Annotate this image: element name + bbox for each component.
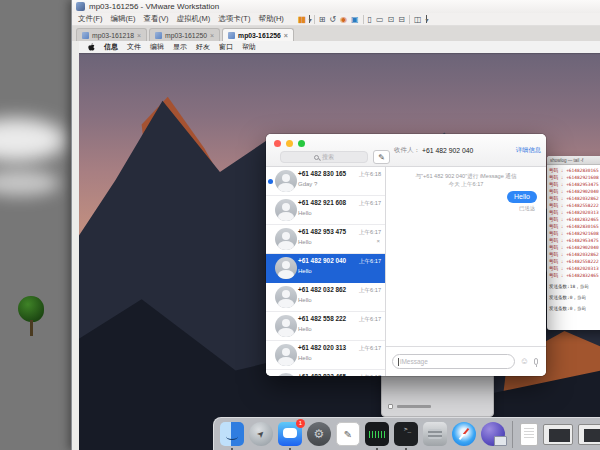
log-line: 号码 : +61482020313 xyxy=(549,209,600,216)
emoji-icon[interactable]: ☺ xyxy=(520,357,529,366)
finder-icon[interactable] xyxy=(220,422,244,446)
conversation-row[interactable]: +61 482 032 862 上午6:17 Hello xyxy=(266,283,385,312)
conversation-row[interactable]: +61 482 953 475 上午6:17 Hello × xyxy=(266,225,385,254)
zoom-button[interactable] xyxy=(298,140,305,147)
notification-badge: 1 xyxy=(296,419,305,428)
log-line: 号码 : +61482020313 xyxy=(549,265,600,272)
conversation-row[interactable]: +61 482 558 222 上午6:17 Hello xyxy=(266,312,385,341)
textedit-icon[interactable]: ✎ xyxy=(336,422,360,446)
vmware-menu-item[interactable]: 文件(F) xyxy=(78,14,103,24)
vmware-menu-item[interactable]: 编辑(E) xyxy=(111,14,136,24)
messages-icon[interactable]: 1 xyxy=(278,422,302,446)
summary-line: 发送条数:0，当前 xyxy=(549,305,600,312)
conversation-number: +61 482 902 040 xyxy=(298,257,346,264)
conversation-row[interactable]: +61 482 902 040 上午6:17 Hello xyxy=(266,254,385,283)
log-line: 号码 : +61482832465 xyxy=(549,216,600,223)
console-icon[interactable] xyxy=(365,422,389,446)
vmware-menu-item[interactable]: 选项卡(T) xyxy=(218,14,250,24)
conversation-row[interactable]: +61 482 830 165 上午6:18 Gday ? xyxy=(266,167,385,196)
conversation-row[interactable]: +61 482 020 313 上午6:17 Hello xyxy=(266,341,385,370)
checkbox[interactable] xyxy=(388,404,393,409)
revert-snapshot-button[interactable]: ↺ xyxy=(329,14,336,25)
search-input[interactable]: 搜索 xyxy=(280,151,368,163)
message-input-placeholder: iMessage xyxy=(400,358,428,365)
toolbar-separator[interactable] xyxy=(314,15,315,24)
vmware-title-bar[interactable]: mp03-161256 - VMware Workstation xyxy=(72,0,600,13)
conversation-preview: Hello xyxy=(298,326,381,332)
toolbar-separator[interactable] xyxy=(363,15,364,24)
macos-menu-item[interactable]: 窗口 xyxy=(219,42,233,52)
manage-snapshots-button[interactable]: ▣ xyxy=(351,14,359,25)
vmware-app-icon xyxy=(76,2,85,11)
macos-menu-item[interactable]: 好友 xyxy=(196,42,210,52)
recipient-value[interactable]: +61 482 902 040 xyxy=(422,147,473,154)
messages-toolbar[interactable]: 搜索 ✎ 收件人： +61 482 902 040 详细信息 xyxy=(266,134,546,167)
minimize-button[interactable] xyxy=(286,140,293,147)
vm-tab-label: mp03-161218 xyxy=(92,32,134,39)
background-dialog[interactable] xyxy=(381,371,494,417)
terminal-icon[interactable]: >_ xyxy=(394,422,418,446)
send-ctrl-alt-del-button[interactable]: ⊞ xyxy=(319,14,326,25)
terminal-title[interactable]: showlog — tail -f xyxy=(547,156,600,165)
pause-dropdown-caret[interactable]: ▾ xyxy=(309,15,310,23)
microphone-icon[interactable] xyxy=(534,358,538,365)
macos-menu-item[interactable]: 显示 xyxy=(173,42,187,52)
vm-tab-label: mp03-161250 xyxy=(165,32,207,39)
checkbox-label xyxy=(397,405,431,408)
console-view-button[interactable]: ▭ xyxy=(376,14,384,25)
terminal-log-window[interactable]: showlog — tail -f 号码 : +61482830165号码 : … xyxy=(547,156,600,330)
unity-mode-button[interactable]: ⊟ xyxy=(398,14,405,25)
system-preferences-icon[interactable]: ⚙ xyxy=(307,422,331,446)
macos-menu-item[interactable]: 信息 xyxy=(104,42,118,52)
close-button[interactable] xyxy=(274,140,281,147)
screen: mp03-161256 - VMware Workstation 文件(F)编辑… xyxy=(0,0,600,450)
safari-icon[interactable] xyxy=(452,422,476,446)
layout-dropdown-button[interactable]: ▾ xyxy=(426,15,427,23)
conversation-time: 上午6:17 xyxy=(359,229,381,237)
network-app-icon[interactable] xyxy=(481,422,505,446)
macos-menu-item[interactable]: 文件 xyxy=(127,42,141,52)
minimized-window-icon[interactable] xyxy=(543,424,573,445)
conversation-row[interactable]: +61 482 832 465 上午6:17 Hello xyxy=(266,370,385,376)
message-input-bar: iMessage ☺ xyxy=(386,346,546,376)
avatar xyxy=(275,228,297,250)
tab-close-icon[interactable]: × xyxy=(210,32,214,39)
show-library-button[interactable]: ▯ xyxy=(368,14,372,25)
tab-close-icon[interactable]: × xyxy=(284,32,288,39)
log-line: 号码 : +61482558222 xyxy=(549,202,600,209)
macos-menu-bar: 信息文件编辑显示好友窗口帮助 xyxy=(79,41,600,53)
conversation-time: 上午6:17 xyxy=(359,200,381,208)
minimized-window-icon[interactable] xyxy=(578,424,600,445)
avatar xyxy=(275,373,297,376)
tab-close-icon[interactable]: × xyxy=(137,32,141,39)
apple-menu-icon[interactable] xyxy=(87,43,95,52)
vmware-menu-item[interactable]: 查看(V) xyxy=(144,14,169,24)
close-conversation-icon[interactable]: × xyxy=(376,238,380,244)
messages-window: 搜索 ✎ 收件人： +61 482 902 040 详细信息 xyxy=(266,134,546,376)
vm-tab-mp03-161256[interactable]: mp03-161256 × xyxy=(222,28,294,41)
script-file-icon[interactable] xyxy=(520,423,538,446)
cloud xyxy=(0,170,60,196)
vmware-menu-item[interactable]: 虚拟机(M) xyxy=(177,14,211,24)
outgoing-message-bubble[interactable]: Hello xyxy=(507,191,537,203)
vmware-menu-item[interactable]: 帮助(H) xyxy=(258,14,283,24)
summary-line: 发送条数:0，当前 xyxy=(549,294,600,301)
conversation-row[interactable]: +61 482 921 608 上午6:17 Hello xyxy=(266,196,385,225)
toolbar-separator[interactable] xyxy=(409,15,410,24)
conversation-preview: Hello xyxy=(298,355,381,361)
message-input[interactable]: iMessage xyxy=(392,354,515,369)
conversation-time: 上午6:18 xyxy=(359,171,381,179)
macos-menu-item[interactable]: 编辑 xyxy=(150,42,164,52)
fullscreen-button[interactable]: ⊡ xyxy=(388,14,395,25)
details-button[interactable]: 详细信息 xyxy=(516,146,541,155)
vm-tab-mp03-161250[interactable]: mp03-161250 × xyxy=(149,28,220,41)
show-sidebar-button[interactable]: ◫ xyxy=(414,14,422,25)
take-snapshot-button[interactable]: ◉ xyxy=(340,14,347,25)
macos-menu-item[interactable]: 帮助 xyxy=(242,42,256,52)
pause-button[interactable]: ▮▮ xyxy=(298,14,305,25)
vm-tab-mp03-161218[interactable]: mp03-161218 × xyxy=(76,28,147,41)
vm-tab-icon xyxy=(82,32,89,39)
archive-utility-icon[interactable] xyxy=(423,422,447,446)
dock-separator[interactable] xyxy=(512,421,513,448)
launchpad-icon[interactable]: ➤ xyxy=(249,422,273,446)
